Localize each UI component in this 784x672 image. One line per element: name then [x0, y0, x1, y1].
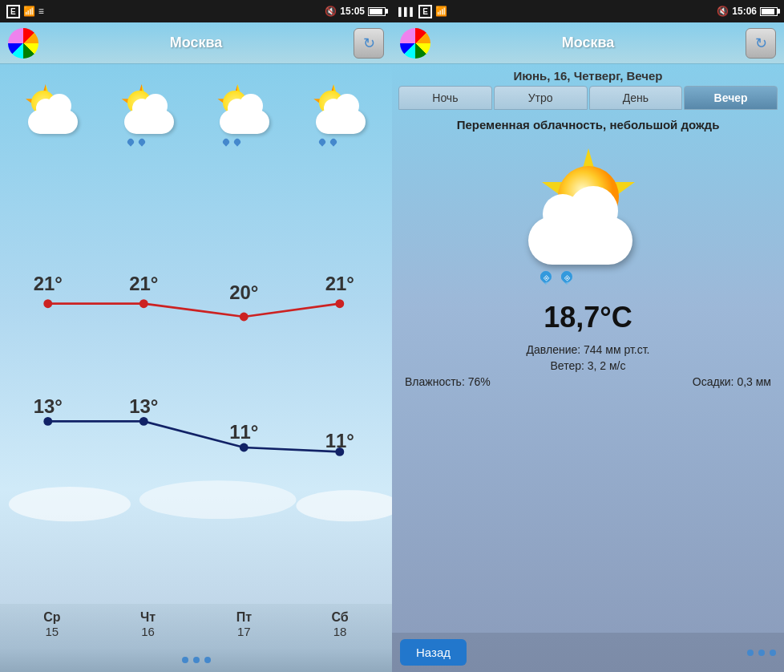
city-name-right: Москва [430, 34, 746, 51]
svg-text:11°: 11° [229, 421, 258, 443]
condition-text: Переменная облачность, небольшой дождь [392, 110, 784, 136]
day-cell-4: Сб 18 [300, 610, 380, 638]
city-name-left: Москва [38, 34, 354, 51]
svg-point-13 [139, 417, 148, 426]
svg-point-7 [335, 299, 344, 308]
weather-icon-1 [20, 84, 84, 148]
big-rain-drops: ⊞ ⊞ [540, 271, 572, 282]
day-cell-3: Пт 17 [204, 610, 284, 638]
humidity-label: Влажность: 76% [405, 375, 491, 388]
status-right-right: 🔇 15:06 [717, 6, 778, 17]
app-header-left: Москва ↻ [0, 22, 392, 64]
status-bar-right: ▌▌▌ E 📶 🔇 15:06 [392, 0, 784, 22]
dot-right-2 [758, 650, 765, 656]
svg-point-14 [240, 443, 249, 452]
left-phone: E 📶 ≡ 🔇 15:05 Москва ↻ [0, 0, 392, 672]
tab-evening[interactable]: Вечер [684, 86, 778, 110]
wifi-icon: 📶 [23, 6, 35, 17]
svg-point-16 [9, 487, 131, 521]
days-row: Ср 15 Чт 16 Пт 17 Сб 18 [0, 604, 392, 648]
svg-text:21°: 21° [129, 273, 158, 294]
svg-point-6 [240, 313, 249, 322]
day-name-2: Чт [108, 610, 188, 625]
app-logo-left [8, 28, 38, 59]
menu-icon: ≡ [38, 6, 44, 17]
back-button[interactable]: Назад [400, 639, 467, 666]
svg-point-4 [43, 299, 52, 308]
weather-icon-2 [116, 84, 180, 148]
app-logo-right [400, 28, 430, 59]
day-cell-2: Чт 16 [108, 610, 188, 638]
svg-text:21°: 21° [325, 273, 354, 294]
wifi-icon-right: 📶 [435, 6, 447, 17]
dot-3 [204, 657, 211, 663]
humidity-precip-row: Влажность: 76% Осадки: 0,3 мм [405, 375, 771, 388]
day-name-1: Ср [12, 610, 92, 625]
time-left: 15:05 [340, 6, 365, 17]
detail-footer: Назад [392, 633, 784, 672]
day-number-1: 15 [12, 625, 92, 638]
tab-morning[interactable]: Утро [494, 86, 588, 110]
svg-point-17 [139, 480, 297, 519]
battery-icon-right [760, 7, 778, 16]
e-icon: E [6, 5, 20, 18]
pressure-row: Давление: 744 мм рт.ст. [405, 343, 771, 356]
cloud-3 [220, 110, 269, 134]
weather-icon-cell-3 [204, 72, 284, 160]
dot-2 [193, 657, 200, 663]
status-bar-left: E 📶 ≡ 🔇 15:05 [0, 0, 392, 22]
signal-icon: ▌▌▌ [398, 7, 415, 16]
rain-3 [223, 139, 240, 145]
day-name-3: Пт [204, 610, 284, 625]
tab-night[interactable]: Ночь [398, 86, 492, 110]
big-weather-icon: ⊞ ⊞ [392, 136, 784, 297]
weather-icon-3 [212, 84, 276, 148]
tab-day[interactable]: День [589, 86, 683, 110]
weather-details: Давление: 744 мм рт.ст. Ветер: 3, 2 м/с … [392, 338, 784, 393]
temperature-display: 18,7°C [392, 297, 784, 338]
weather-icons-row [0, 64, 392, 160]
weather-icon-cell-1 [12, 72, 92, 160]
e-icon-right: E [418, 5, 432, 18]
battery-icon [368, 7, 386, 16]
weather-icon-cell-4 [300, 72, 380, 160]
nav-dots-left [0, 648, 392, 672]
refresh-button-right[interactable]: ↻ [746, 28, 776, 59]
big-drop-2: ⊞ [559, 269, 575, 285]
weather-icon-4 [308, 84, 372, 148]
status-right: 🔇 15:05 [325, 6, 386, 17]
svg-point-18 [296, 490, 392, 521]
day-cell-1: Ср 15 [12, 610, 92, 638]
right-phone: ▌▌▌ E 📶 🔇 15:06 Москва ↻ Июнь, 16, Четве… [392, 0, 784, 672]
big-drop-1: ⊞ [538, 269, 554, 285]
refresh-button-left[interactable]: ↻ [354, 28, 384, 59]
detail-body: Июнь, 16, Четверг, Вечер Ночь Утро День … [392, 64, 784, 672]
temp-chart-area: 21° 21° 20° 21° 13° 13° 11° 11° [0, 160, 392, 604]
date-display: Июнь, 16, Четверг, Вечер [392, 64, 784, 86]
day-number-4: 18 [300, 625, 380, 638]
dot-right-3 [770, 650, 776, 656]
status-left-right: ▌▌▌ E 📶 [398, 5, 447, 18]
precipitation-label: Осадки: 0,3 мм [693, 375, 771, 388]
dot-1 [182, 657, 188, 663]
svg-text:21°: 21° [34, 273, 63, 294]
big-cloud [528, 217, 632, 265]
cloud-1 [28, 110, 78, 134]
svg-point-5 [139, 299, 148, 308]
cloud-4 [316, 110, 366, 134]
forecast-body: 21° 21° 20° 21° 13° 13° 11° 11° [0, 64, 392, 672]
cloud-2 [124, 110, 174, 134]
app-header-right: Москва ↻ [392, 22, 784, 64]
weather-icon-cell-2 [108, 72, 188, 160]
time-right: 15:06 [732, 6, 757, 17]
wind-row: Ветер: 3, 2 м/с [405, 359, 771, 372]
svg-point-15 [335, 447, 344, 456]
day-name-4: Сб [300, 610, 380, 625]
big-icon-wrap: ⊞ ⊞ [516, 144, 661, 289]
svg-text:20°: 20° [229, 281, 258, 303]
temp-chart-svg: 21° 21° 20° 21° 13° 13° 11° 11° [0, 160, 392, 604]
dot-right-1 [747, 650, 754, 656]
mute-icon-right: 🔇 [717, 6, 729, 17]
rain-4 [319, 139, 337, 145]
svg-point-12 [43, 417, 52, 426]
